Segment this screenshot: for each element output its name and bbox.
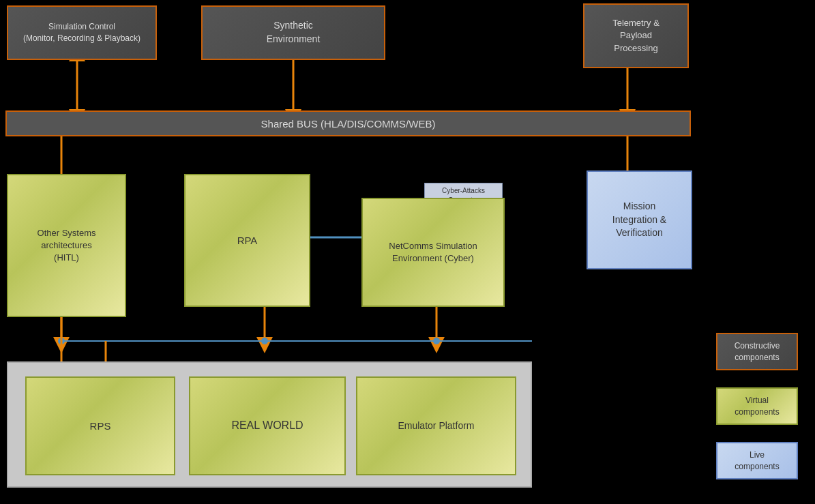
legend-virtual: Virtual components: [716, 387, 798, 425]
netcomms-box: NetComms Simulation Environment (Cyber): [361, 198, 505, 307]
real-world-box: REAL WORLD: [189, 376, 346, 475]
synthetic-env-box: Synthetic Environment: [201, 5, 385, 60]
emulator-box: Emulator Platform: [356, 376, 516, 475]
mission-integration-box: Mission Integration & Verification: [587, 171, 692, 269]
shared-bus-box: Shared BUS (HLA/DIS/COMMS/WEB): [5, 110, 691, 136]
svg-point-17: [261, 338, 268, 344]
other-systems-box: Other Systems architectures (HITL): [7, 174, 126, 317]
telemetry-box: Telemetry & Payload Processing: [583, 3, 689, 68]
rpa-box: RPA: [184, 174, 310, 307]
svg-point-18: [433, 338, 440, 344]
legend-live: Live components: [716, 442, 798, 479]
sim-control-box: Simulation Control (Monitor, Recording &…: [7, 5, 157, 60]
svg-point-16: [58, 338, 65, 344]
real-world-container: RPS REAL WORLD Emulator Platform: [7, 361, 532, 488]
rps-box: RPS: [25, 376, 175, 475]
legend-constructive: Constructive components: [716, 333, 798, 370]
